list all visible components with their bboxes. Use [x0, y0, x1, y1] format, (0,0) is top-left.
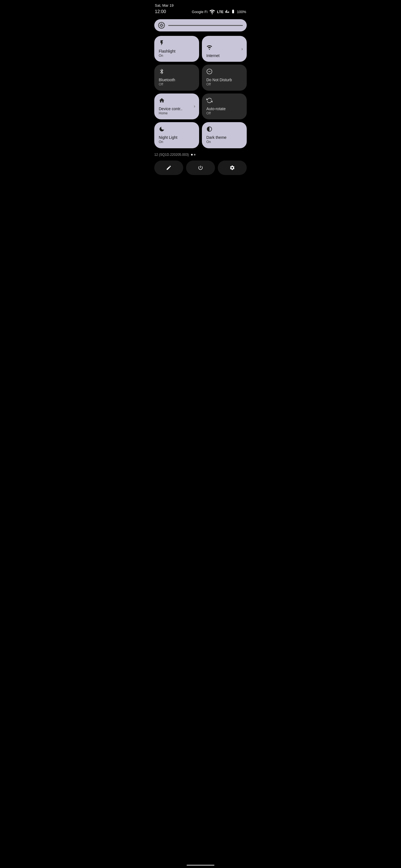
carrier-label: Google Fi	[192, 10, 207, 14]
tile-nightlight-sublabel: On	[159, 140, 195, 145]
svg-point-0	[161, 25, 163, 26]
brightness-fill[interactable]	[168, 25, 243, 26]
battery-icon	[231, 9, 235, 14]
status-time: 12:00	[155, 9, 166, 14]
tile-dnd-sublabel: Off	[206, 82, 242, 87]
tile-dnd[interactable]: Do Not Disturb Off	[202, 65, 247, 90]
svg-line-5	[160, 24, 161, 24]
tile-autorotate-sublabel: Off	[206, 111, 242, 116]
tile-device-control-label: Device contr..	[159, 106, 195, 111]
flashlight-icon	[159, 40, 195, 47]
internet-arrow-icon: ›	[241, 46, 243, 52]
status-date: Sat, Mar 19	[155, 3, 246, 7]
svg-line-8	[160, 27, 161, 27]
status-row: 12:00 Google Fi LTE 100%	[155, 9, 246, 15]
tile-flashlight-label: Flashlight	[159, 49, 195, 54]
svg-line-6	[163, 27, 164, 27]
version-text: 12 (SQ1D.220205.003)	[154, 153, 189, 157]
tile-flashlight[interactable]: Flashlight On	[154, 36, 199, 62]
tile-autorotate-label: Auto-rotate	[206, 106, 242, 111]
version-row: 12 (SQ1D.220205.003)	[154, 153, 247, 157]
tile-dnd-label: Do Not Disturb	[206, 78, 242, 82]
edit-button[interactable]	[154, 160, 183, 175]
battery-level-label: 100%	[237, 10, 246, 14]
bluetooth-icon	[159, 68, 195, 76]
tile-internet-label: Internet	[206, 54, 242, 58]
tile-bluetooth-label: Bluetooth	[159, 78, 195, 82]
status-right: Google Fi LTE 100%	[192, 9, 246, 15]
status-bar: Sat, Mar 19 12:00 Google Fi LTE	[150, 0, 251, 16]
brightness-slider-container[interactable]	[154, 19, 247, 31]
internet-wifi-icon	[206, 44, 242, 52]
tile-internet[interactable]: Internet ›	[202, 36, 247, 62]
tile-autorotate[interactable]: Auto-rotate Off	[202, 93, 247, 119]
home-icon	[159, 97, 195, 105]
tile-bluetooth-sublabel: Off	[159, 82, 195, 87]
signal-icon	[225, 9, 229, 14]
tile-device-control[interactable]: Device contr.. Home ›	[154, 93, 199, 119]
dot-1	[191, 154, 193, 156]
tile-darktheme[interactable]: Dark theme On	[202, 122, 247, 148]
bottom-section: 12 (SQ1D.220205.003)	[150, 148, 251, 177]
tile-bluetooth[interactable]: Bluetooth Off	[154, 65, 199, 90]
dnd-icon	[206, 68, 242, 76]
settings-button[interactable]	[218, 160, 247, 175]
tile-darktheme-sublabel: On	[206, 140, 242, 145]
tile-device-control-sublabel: Home	[159, 111, 195, 116]
moon-icon	[159, 126, 195, 133]
page-dots	[191, 154, 196, 156]
brightness-icon	[158, 22, 165, 29]
tile-nightlight-label: Night Light	[159, 135, 195, 140]
svg-line-7	[163, 24, 164, 24]
action-buttons-row	[154, 160, 247, 175]
brightness-track[interactable]	[154, 19, 247, 31]
tile-darktheme-label: Dark theme	[206, 135, 242, 140]
tile-nightlight[interactable]: Night Light On	[154, 122, 199, 148]
device-control-arrow-icon: ›	[194, 104, 195, 109]
network-type-label: LTE	[217, 10, 224, 14]
dot-2	[194, 154, 196, 156]
darktheme-icon	[206, 126, 242, 133]
wifi-status-icon	[209, 9, 215, 15]
rotate-icon	[206, 97, 242, 105]
quick-tiles-grid: Flashlight On Internet › Bluetooth Off	[150, 36, 251, 148]
power-button[interactable]	[186, 160, 215, 175]
tile-flashlight-sublabel: On	[159, 54, 195, 58]
